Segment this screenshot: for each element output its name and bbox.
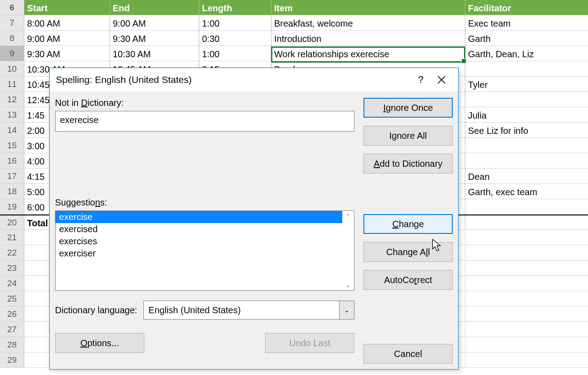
cell[interactable] (465, 306, 588, 321)
change-button[interactable]: Change (363, 214, 453, 234)
change-all-button[interactable]: Change All (363, 242, 453, 262)
cancel-button[interactable]: Cancel (363, 344, 453, 364)
row-number[interactable]: 29 (0, 352, 24, 367)
row-number[interactable]: 21 (0, 230, 24, 245)
row-number[interactable]: 27 (0, 322, 24, 337)
table-row[interactable]: 6StartEndLengthItemFacilitator (0, 0, 588, 15)
cell[interactable]: Length (199, 0, 271, 15)
cell[interactable]: Dean (465, 169, 588, 183)
cell[interactable]: Garth, Dean, Liz (465, 46, 588, 61)
cell[interactable] (465, 92, 588, 107)
spelling-dialog: Spelling: English (United States) ? Not … (49, 68, 459, 370)
row-number[interactable]: 26 (0, 306, 24, 321)
row-number[interactable]: 12 (0, 92, 24, 107)
dictionary-language-value[interactable] (143, 301, 339, 320)
row-number[interactable]: 14 (0, 123, 24, 137)
suggestion-item[interactable]: exerciser (55, 247, 342, 260)
suggestion-item[interactable]: exercises (55, 235, 342, 247)
cell[interactable]: 10:30 AM (110, 46, 199, 61)
row-number[interactable]: 11 (0, 77, 24, 91)
not-in-dictionary-label: Not in Dictionary: (55, 98, 354, 108)
cell[interactable] (465, 199, 588, 214)
cell[interactable]: 1:00 (199, 15, 271, 30)
undo-last-button[interactable]: Undo Last (265, 333, 354, 353)
options-button[interactable]: Options... (55, 333, 144, 353)
row-number[interactable]: 7 (0, 15, 24, 30)
help-button[interactable]: ? (410, 71, 431, 89)
cell[interactable]: Introduction (271, 31, 465, 46)
row-number[interactable]: 17 (0, 169, 24, 183)
cell[interactable]: 0:30 (199, 31, 271, 46)
cell[interactable] (465, 276, 588, 291)
row-number[interactable]: 13 (0, 107, 24, 122)
suggestions-scrollbar[interactable]: ⌃ ⌄ (342, 211, 354, 290)
suggestion-item[interactable]: exercise (55, 211, 342, 223)
row-number[interactable]: 22 (0, 245, 24, 260)
row-number[interactable]: 24 (0, 276, 24, 291)
row-number[interactable]: 23 (0, 261, 24, 275)
close-button[interactable] (431, 71, 452, 89)
cell[interactable] (465, 291, 588, 306)
scroll-up-icon[interactable]: ⌃ (345, 213, 351, 220)
cell[interactable]: Julia (465, 107, 588, 122)
cell[interactable]: 9:00 AM (24, 31, 110, 46)
row-number[interactable]: 10 (0, 61, 24, 76)
cell[interactable] (465, 337, 588, 352)
cell[interactable]: 1:00 (199, 46, 271, 61)
row-number[interactable]: 20 (0, 215, 24, 229)
ignore-once-button[interactable]: Ignore Once (363, 98, 453, 118)
row-number[interactable]: 18 (0, 184, 24, 199)
cell[interactable] (465, 352, 588, 367)
dictionary-language-label: Dictionary language: (55, 305, 137, 316)
cell[interactable] (465, 138, 588, 153)
row-number[interactable]: 6 (0, 0, 24, 15)
cell[interactable]: Garth, exec team (465, 184, 588, 199)
cell[interactable]: Work relationships exerecise (271, 46, 465, 61)
suggestions-label: Suggestions: (55, 197, 354, 208)
cell[interactable]: Breakfast, welcome (271, 15, 465, 30)
dialog-titlebar[interactable]: Spelling: English (United States) ? (50, 68, 458, 91)
row-number[interactable]: 16 (0, 153, 24, 168)
table-row[interactable]: 78:00 AM9:00 AM1:00Breakfast, welcomeExe… (0, 15, 588, 31)
scroll-down-icon[interactable]: ⌄ (345, 281, 351, 288)
cell[interactable] (465, 153, 588, 168)
cell[interactable] (465, 61, 588, 76)
cell[interactable]: Facilitator (465, 0, 588, 15)
row-number[interactable]: 28 (0, 337, 24, 352)
table-row[interactable]: 89:00 AM9:30 AM0:30IntroductionGarth (0, 31, 588, 46)
dialog-title: Spelling: English (United States) (56, 74, 410, 85)
cell[interactable]: Start (24, 0, 110, 15)
not-in-dictionary-field[interactable]: exerecise (55, 111, 354, 132)
cell[interactable]: Tyler (465, 77, 588, 91)
row-number[interactable]: 8 (0, 31, 24, 46)
suggestions-list[interactable]: exerciseexercisedexercisesexerciser ⌃ ⌄ (55, 210, 354, 291)
cell[interactable] (465, 322, 588, 337)
suggestion-item[interactable]: exercised (55, 223, 342, 235)
dictionary-language-select[interactable]: ⌄ (143, 301, 354, 320)
cell[interactable] (465, 230, 588, 245)
cell[interactable]: 9:30 AM (24, 46, 110, 61)
cell[interactable] (465, 245, 588, 260)
cell[interactable] (465, 261, 588, 275)
cell[interactable]: End (110, 0, 199, 15)
cell[interactable]: 8:00 AM (24, 15, 110, 30)
cell[interactable] (465, 215, 588, 229)
ignore-all-button[interactable]: Ignore All (363, 126, 453, 146)
row-number[interactable]: 25 (0, 291, 24, 306)
cell[interactable]: Item (271, 0, 465, 15)
cell[interactable]: Garth (465, 31, 588, 46)
chevron-down-icon[interactable]: ⌄ (339, 301, 354, 320)
autocorrect-button[interactable]: AutoCorrect (363, 270, 453, 290)
add-to-dictionary-button[interactable]: Add to Dictionary (363, 154, 453, 174)
cell[interactable]: See Liz for info (465, 123, 588, 137)
cell[interactable]: 9:00 AM (110, 15, 199, 30)
row-number[interactable]: 19 (0, 199, 24, 214)
close-icon (437, 76, 446, 84)
cell[interactable]: Exec team (465, 15, 588, 30)
row-number[interactable]: 15 (0, 138, 24, 153)
cell[interactable]: 9:30 AM (110, 31, 199, 46)
row-number[interactable]: 9 (0, 46, 24, 61)
table-row[interactable]: 99:30 AM10:30 AM1:00Work relationships e… (0, 46, 588, 61)
